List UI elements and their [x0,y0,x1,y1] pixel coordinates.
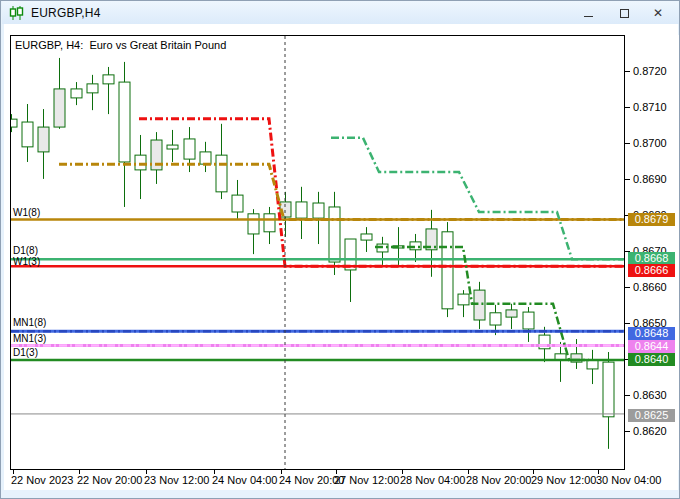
price-tick [625,395,630,396]
price-badge-0.8640: 0.8640 [628,353,675,366]
level-label-D1(3): D1(3) [13,348,38,358]
close-icon: ✕ [653,7,663,19]
window-titlebar[interactable]: EURGBP,H4 ✕ [2,1,679,24]
window-title: EURGBP,H4 [31,6,101,20]
candle-body [474,290,485,320]
candle-body [264,214,275,232]
candlestick-chart-icon [9,6,25,20]
time-tick-label: 27 Nov 12:00 [334,475,399,486]
price-tick-label: 0.8710 [633,102,667,113]
price-tick [625,323,630,324]
candle-body [361,234,372,240]
time-tick-label: 30 Nov 04:00 [596,475,661,486]
candle-body [232,195,243,212]
price-tick [625,287,630,288]
candle-body [135,155,146,170]
candle-body [506,310,517,317]
price-tick-label: 0.8720 [633,66,667,77]
candle-body [71,89,82,98]
price-tick [625,107,630,108]
candle-body [103,75,114,84]
time-tick-label: 28 Nov 20:00 [466,475,531,486]
candle-body [296,202,307,218]
level-label-D1(8): D1(8) [13,246,38,256]
price-tick-label: 0.8690 [633,174,667,185]
level-label-W1(8): W1(8) [13,208,40,218]
time-tick-label: 29 Nov 12:00 [531,475,596,486]
price-tick-label: 0.8620 [633,426,667,437]
candle-body [248,214,259,234]
minimize-button[interactable] [577,5,599,21]
price-tick [625,71,630,72]
candle-body [184,139,195,159]
price-badge-0.8648: 0.8648 [628,327,675,340]
candle-body [458,294,469,305]
level-label-W1(3): W1(3) [13,257,40,267]
candle-body [11,119,17,127]
candle-body [22,122,33,147]
chart-window: EURGBP,H4 ✕ EURGBP, H4: Euro vs Great Br… [0,0,680,499]
price-tick-label: 0.8630 [633,390,667,401]
candle-body [523,312,534,329]
price-tick [625,179,630,180]
time-tick-label: 24 Nov 04:00 [212,475,277,486]
price-tick [625,143,630,144]
price-badge-0.8666: 0.8666 [628,264,675,277]
maximize-icon [620,9,629,18]
price-tick-label: 0.8660 [633,282,667,293]
price-tick [625,431,630,432]
time-tick-label: 22 Nov 20:00 [77,475,142,486]
time-tick-label: 28 Nov 04:00 [400,475,465,486]
step-line-W1-8-history [59,164,623,219]
step-line-D1-8-history [331,138,623,259]
minimize-icon [584,16,593,17]
candle-body [54,89,65,127]
price-badge-0.8679: 0.8679 [628,213,675,226]
level-label-MN1(3): MN1(3) [13,334,46,344]
candle-body [587,360,598,369]
price-badge-0.8644: 0.8644 [628,340,675,353]
candle-body [490,313,501,325]
time-axis[interactable]: 22 Nov 202322 Nov 20:0023 Nov 12:0024 No… [10,470,678,490]
candle-body [38,127,49,152]
candle-body [87,84,98,93]
maximize-button[interactable] [613,5,635,21]
price-axis[interactable]: 0.87200.87100.87000.86900.86800.86700.86… [624,35,680,470]
level-label-MN1(8): MN1(8) [13,318,46,328]
candle-body [200,152,211,164]
time-tick-label: 22 Nov 2023 [11,475,73,486]
step-line-D1-3-history [375,247,589,360]
chart-symbol-header: EURGBP, H4: Euro vs Great Britain Pound [15,39,226,51]
time-tick-label: 23 Nov 12:00 [144,475,209,486]
close-button[interactable]: ✕ [647,5,669,21]
candle-body [167,145,178,149]
price-badge-0.8625: 0.8625 [628,409,675,422]
candle-body [329,207,340,262]
candle-body [313,203,324,218]
candle-body [603,362,614,417]
chart-plot-area[interactable]: EURGBP, H4: Euro vs Great Britain Pound … [10,35,625,470]
candle-body [216,155,227,192]
candle-body [442,232,453,309]
candle-body [119,82,130,162]
price-tick-label: 0.8700 [633,138,667,149]
